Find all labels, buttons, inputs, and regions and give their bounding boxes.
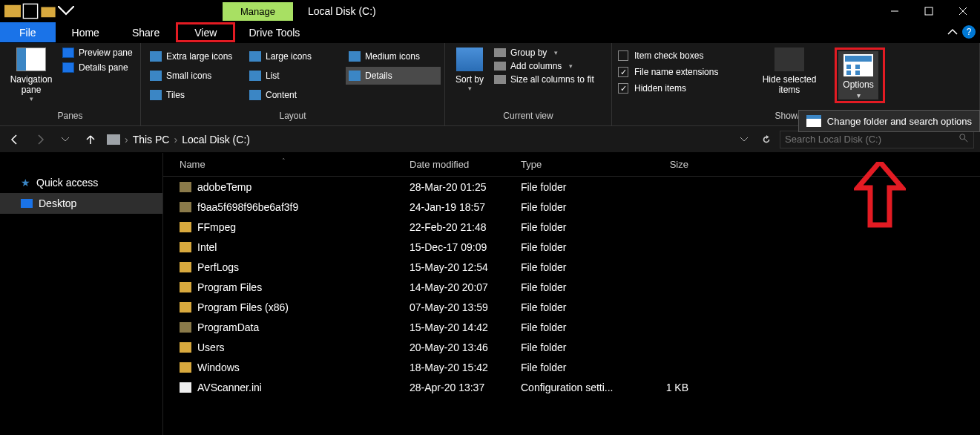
size-columns-button[interactable]: Size all columns to fit bbox=[494, 74, 594, 85]
hide-selected-button[interactable]: Hide selected items bbox=[757, 48, 821, 95]
svg-rect-0 bbox=[4, 5, 21, 18]
checkbox-icon bbox=[618, 50, 628, 61]
search-input[interactable]: Search Local Disk (C:) bbox=[780, 131, 974, 148]
breadcrumb-localdisk[interactable]: Local Disk (C:) bbox=[182, 134, 250, 145]
table-row[interactable]: Program Files14-May-20 20:07File folder bbox=[163, 277, 980, 297]
group-by-button[interactable]: Group by▾ bbox=[494, 48, 594, 58]
explorer-icon bbox=[4, 3, 21, 19]
table-row[interactable]: Program Files (x86)07-May-20 13:59File f… bbox=[163, 297, 980, 317]
group-current-view: Sort by ▾ Group by▾ Add columns▾ Size al… bbox=[445, 43, 612, 125]
folder-icon bbox=[180, 282, 191, 292]
tab-file[interactable]: File bbox=[0, 22, 56, 42]
col-size[interactable]: Size bbox=[623, 159, 697, 170]
address-dropdown[interactable] bbox=[735, 131, 753, 148]
table-row[interactable]: Intel15-Dec-17 09:09File folder bbox=[163, 237, 980, 257]
group-layout: Extra large icons Large icons Medium ico… bbox=[141, 43, 445, 125]
layout-extra-large[interactable]: Extra large icons bbox=[147, 48, 242, 65]
table-row[interactable]: Users20-May-20 13:46File folder bbox=[163, 337, 980, 357]
annotation-arrow bbox=[854, 162, 906, 231]
tree-desktop[interactable]: Desktop bbox=[0, 193, 162, 214]
qat-dropdown-icon[interactable] bbox=[58, 3, 74, 19]
folder-icon bbox=[180, 342, 191, 353]
group-label-layout: Layout bbox=[141, 108, 444, 125]
details-icon bbox=[349, 71, 361, 81]
manage-context-tab[interactable]: Manage bbox=[223, 2, 293, 21]
breadcrumb[interactable]: › This PC › Local Disk (C:) bbox=[107, 134, 728, 145]
hide-selected-icon bbox=[775, 48, 804, 71]
ribbon-tabs: File Home Share View Drive Tools ? bbox=[0, 22, 980, 43]
minimize-button[interactable] bbox=[878, 0, 912, 22]
folder-icon bbox=[180, 222, 191, 232]
add-columns-button[interactable]: Add columns▾ bbox=[494, 61, 594, 71]
col-date[interactable]: Date modified bbox=[401, 159, 512, 170]
details-pane-button[interactable]: Details pane bbox=[62, 62, 133, 73]
folder-icon bbox=[180, 262, 191, 272]
file-name-extensions-toggle[interactable]: File name extensions bbox=[618, 67, 744, 77]
tab-drive-tools[interactable]: Drive Tools bbox=[235, 22, 313, 42]
file-icon bbox=[180, 382, 191, 393]
back-button[interactable] bbox=[6, 131, 24, 148]
folder-icon bbox=[180, 242, 191, 252]
collapse-ribbon-icon[interactable] bbox=[946, 25, 959, 39]
qat-newfolder-icon[interactable] bbox=[40, 3, 56, 19]
preview-pane-icon bbox=[62, 48, 74, 58]
svg-line-8 bbox=[964, 139, 967, 142]
tab-share[interactable]: Share bbox=[116, 22, 176, 42]
forward-button[interactable] bbox=[31, 131, 49, 148]
options-icon bbox=[843, 54, 873, 76]
layout-large[interactable]: Large icons bbox=[246, 48, 341, 65]
help-icon[interactable]: ? bbox=[962, 25, 976, 39]
svg-rect-4 bbox=[925, 7, 933, 15]
table-row[interactable]: AVScanner.ini28-Apr-20 13:37Configuratio… bbox=[163, 377, 980, 397]
item-check-boxes-toggle[interactable]: Item check boxes bbox=[618, 50, 744, 61]
group-label-panes: Panes bbox=[0, 108, 140, 125]
options-button[interactable]: Options ▾ bbox=[838, 51, 878, 99]
layout-small[interactable]: Small icons bbox=[147, 67, 242, 85]
search-icon bbox=[958, 133, 969, 145]
options-dropdown-item[interactable]: Change folder and search options bbox=[798, 110, 980, 132]
checkbox-checked-icon bbox=[618, 83, 628, 94]
up-button[interactable] bbox=[82, 131, 99, 148]
col-name[interactable]: Name˄ bbox=[163, 159, 401, 170]
tab-home[interactable]: Home bbox=[56, 22, 116, 42]
breadcrumb-thispc[interactable]: This PC bbox=[133, 134, 170, 145]
refresh-button[interactable] bbox=[757, 131, 775, 148]
col-type[interactable]: Type bbox=[512, 159, 623, 170]
recent-dropdown[interactable] bbox=[56, 131, 74, 148]
extra-large-icon bbox=[150, 51, 162, 62]
medium-icon bbox=[349, 51, 361, 62]
layout-medium[interactable]: Medium icons bbox=[346, 48, 441, 65]
layout-details[interactable]: Details bbox=[346, 67, 441, 85]
tree-quick-access[interactable]: ★Quick access bbox=[0, 172, 162, 193]
navigation-pane-button[interactable]: Navigation pane ▾ bbox=[6, 48, 56, 102]
group-panes: Navigation pane ▾ Preview pane Details p… bbox=[0, 43, 141, 125]
navigation-tree[interactable]: ★Quick access Desktop bbox=[0, 153, 163, 435]
preview-pane-button[interactable]: Preview pane bbox=[62, 48, 133, 58]
table-row[interactable]: PerfLogs15-May-20 12:54File folder bbox=[163, 257, 980, 277]
folder-icon bbox=[180, 182, 191, 192]
window-title: Local Disk (C:) bbox=[308, 5, 376, 17]
layout-list[interactable]: List bbox=[246, 67, 341, 85]
checkbox-checked-icon bbox=[618, 67, 628, 77]
maximize-button[interactable] bbox=[912, 0, 946, 22]
svg-point-7 bbox=[960, 134, 965, 140]
layout-tiles[interactable]: Tiles bbox=[147, 86, 242, 104]
navigation-pane-icon bbox=[16, 48, 46, 71]
titlebar: Manage Local Disk (C:) bbox=[0, 0, 980, 22]
tiles-icon bbox=[150, 90, 162, 100]
sort-by-button[interactable]: Sort by ▾ bbox=[451, 48, 488, 92]
qat-properties-icon[interactable] bbox=[22, 3, 39, 19]
drive-icon bbox=[107, 134, 120, 145]
svg-rect-2 bbox=[41, 7, 55, 18]
hidden-items-toggle[interactable]: Hidden items bbox=[618, 83, 744, 94]
details-pane-icon bbox=[62, 62, 74, 73]
table-row[interactable]: Windows18-May-20 15:42File folder bbox=[163, 357, 980, 377]
table-row[interactable]: ProgramData15-May-20 14:42File folder bbox=[163, 317, 980, 337]
close-button[interactable] bbox=[946, 0, 980, 22]
layout-content[interactable]: Content bbox=[246, 86, 341, 104]
folder-options-icon bbox=[806, 115, 821, 127]
tab-view[interactable]: View bbox=[176, 22, 235, 42]
sort-by-icon bbox=[456, 48, 483, 71]
small-icon bbox=[150, 71, 162, 81]
star-icon: ★ bbox=[21, 177, 30, 189]
